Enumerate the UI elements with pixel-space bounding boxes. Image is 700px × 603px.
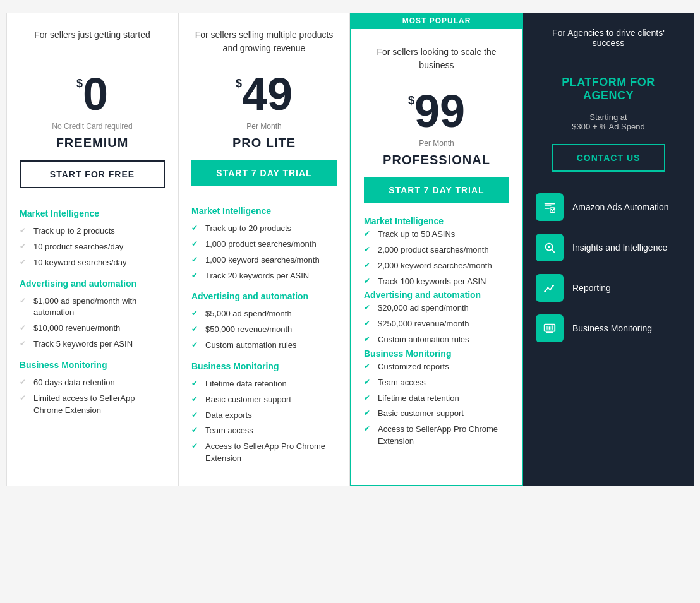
list-item: Basic customer support [191, 392, 337, 408]
agency-feature-label: Reporting [572, 282, 611, 294]
pro-lite-market-intelligence-list: Track up to 20 products 1,000 product se… [191, 221, 337, 284]
plan-pro-lite-name: PRO LITE [191, 136, 337, 150]
list-item: 60 days data retention [20, 375, 165, 391]
agency-starting-label: Starting at $300 + % Ad Spend [572, 112, 644, 131]
popular-badge: MOST POPULAR [350, 13, 523, 29]
freemium-start-button[interactable]: START FOR FREE [20, 160, 165, 188]
insights-icon [536, 234, 564, 261]
agency-subtitle: For Agencies to drive clients' success [536, 28, 681, 48]
list-item: Access to SellerApp Pro Chrome Extension [364, 422, 509, 450]
plan-pro-lite-price-block: $ 49 [191, 71, 337, 117]
plan-professional-currency: $ [408, 95, 414, 106]
plan-pro-lite-amount: 49 [242, 71, 293, 117]
plan-freemium-currency: $ [76, 78, 83, 89]
plan-freemium-price-block: $ 0 [20, 71, 165, 117]
professional-market-intelligence-title: Market Intelligence [364, 216, 444, 226]
list-item: Track 20 keywords per ASIN [191, 268, 337, 284]
agency-platform-title: PLATFORM FOR AGENCY [536, 76, 681, 102]
list-item: Reporting [536, 268, 681, 308]
svg-point-7 [552, 285, 554, 287]
pro-lite-business-monitoring-list: Lifetime data retention Basic customer s… [191, 376, 337, 467]
pro-lite-advertising-list: $5,000 ad spend/month $50,000 revenue/mo… [191, 306, 337, 354]
list-item: Lifetime data retention [364, 391, 509, 407]
plan-freemium-name: FREEMIUM [20, 136, 165, 150]
monitoring-icon [536, 314, 564, 342]
professional-advertising-title: Advertising and automation [364, 290, 481, 300]
professional-trial-button[interactable]: START 7 DAY TRIAL [364, 177, 509, 203]
plan-professional-name: PROFESSIONAL [364, 153, 509, 167]
list-item: Limited access to SellerApp Chrome Exten… [20, 391, 165, 419]
plan-professional-subtitle: For sellers looking to scale the busines… [364, 45, 509, 76]
list-item: 1,000 product searches/month [191, 237, 337, 253]
list-item: Track 100 keywords per ASIN [364, 274, 509, 290]
plan-pro-lite-period: Per Month [191, 122, 337, 131]
plan-freemium: For sellers just getting started $ 0 No … [6, 13, 178, 486]
svg-rect-9 [546, 326, 548, 330]
reporting-svg [543, 281, 557, 295]
svg-point-3 [548, 246, 550, 248]
pro-lite-advertising-title: Advertising and automation [191, 291, 337, 301]
svg-rect-10 [549, 326, 551, 330]
list-item: $250,000 revenue/month [364, 316, 509, 332]
list-item: 2,000 product searches/month [364, 242, 509, 258]
list-item: Track 5 keywords per ASIN [20, 337, 165, 352]
list-item: Customized reports [364, 359, 509, 375]
list-item: Track up to 20 products [191, 221, 337, 237]
pro-lite-business-monitoring-title: Business Monitoring [191, 361, 337, 371]
list-item: Track up to 2 products [20, 224, 165, 239]
plan-professional: MOST POPULAR For sellers looking to scal… [350, 13, 523, 486]
list-item: Team access [191, 423, 337, 439]
freemium-business-monitoring-title: Business Monitoring [20, 360, 165, 370]
list-item: Business Monitoring [536, 308, 681, 349]
list-item: Team access [364, 375, 509, 391]
agency-feature-label: Insights and Intelligence [572, 242, 667, 253]
pro-lite-market-intelligence-title: Market Intelligence [191, 206, 337, 216]
list-item: Custom automation rules [364, 332, 509, 348]
list-item: 10 product searches/day [20, 239, 165, 255]
freemium-advertising-title: Advertising and automation [20, 278, 165, 289]
freemium-market-intelligence-list: Track up to 2 products 10 product search… [20, 224, 165, 271]
list-item: Insights and Intelligence [536, 227, 681, 268]
professional-market-intelligence-list: Track up to 50 ASINs 2,000 product searc… [364, 227, 509, 289]
professional-advertising-list: $20,000 ad spend/month $250,000 revenue/… [364, 301, 509, 348]
plan-pro-lite-subtitle: For sellers selling multiple products an… [191, 28, 337, 59]
plan-agency: For Agencies to drive clients' success P… [523, 13, 694, 486]
list-item: 2,000 keyword searches/month [364, 258, 509, 274]
plan-professional-period: Per Month [364, 139, 509, 148]
list-item: Track up to 50 ASINs [364, 227, 509, 242]
automation-icon [536, 193, 564, 221]
list-item: 10 keyword searches/day [20, 255, 165, 271]
freemium-advertising-list: $1,000 ad spend/month with automation $1… [20, 294, 165, 352]
pro-lite-trial-button[interactable]: START 7 DAY TRIAL [191, 160, 337, 186]
automation-svg [543, 200, 557, 214]
svg-point-4 [544, 290, 546, 292]
professional-business-monitoring-title: Business Monitoring [364, 349, 451, 359]
list-item: Amazon Ads Automation [536, 187, 681, 227]
list-item: Access to SellerApp Pro Chrome Extension [191, 439, 337, 467]
reporting-icon [536, 274, 564, 302]
agency-contact-button[interactable]: CONTACT US [552, 144, 665, 172]
list-item: Custom automation rules [191, 338, 337, 354]
svg-line-2 [552, 249, 554, 252]
list-item: Basic customer support [364, 406, 509, 422]
agency-feature-label: Amazon Ads Automation [572, 201, 669, 213]
list-item: Data exports [191, 408, 337, 424]
plan-freemium-amount: 0 [83, 71, 108, 117]
insights-svg [543, 241, 557, 254]
plan-professional-price-block: $ 99 [364, 88, 509, 134]
plan-pro-lite-currency: $ [236, 78, 242, 89]
svg-point-6 [550, 289, 552, 290]
freemium-market-intelligence-title: Market Intelligence [20, 208, 165, 218]
pricing-table: For sellers just getting started $ 0 No … [6, 13, 694, 486]
list-item: $20,000 ad spend/month [364, 301, 509, 316]
list-item: $50,000 revenue/month [191, 322, 337, 338]
freemium-business-monitoring-list: 60 days data retention Limited access to… [20, 375, 165, 419]
list-item: Lifetime data retention [191, 376, 337, 392]
professional-business-monitoring-list: Customized reports Team access Lifetime … [364, 359, 509, 450]
list-item: 1,000 keyword searches/month [191, 253, 337, 268]
monitoring-svg [543, 321, 557, 335]
plan-professional-amount: 99 [414, 88, 465, 134]
agency-feature-list: Amazon Ads Automation Insights and Intel… [536, 187, 681, 349]
plan-freemium-subtitle: For sellers just getting started [20, 28, 165, 59]
list-item: $1,000 ad spend/month with automation [20, 294, 165, 321]
